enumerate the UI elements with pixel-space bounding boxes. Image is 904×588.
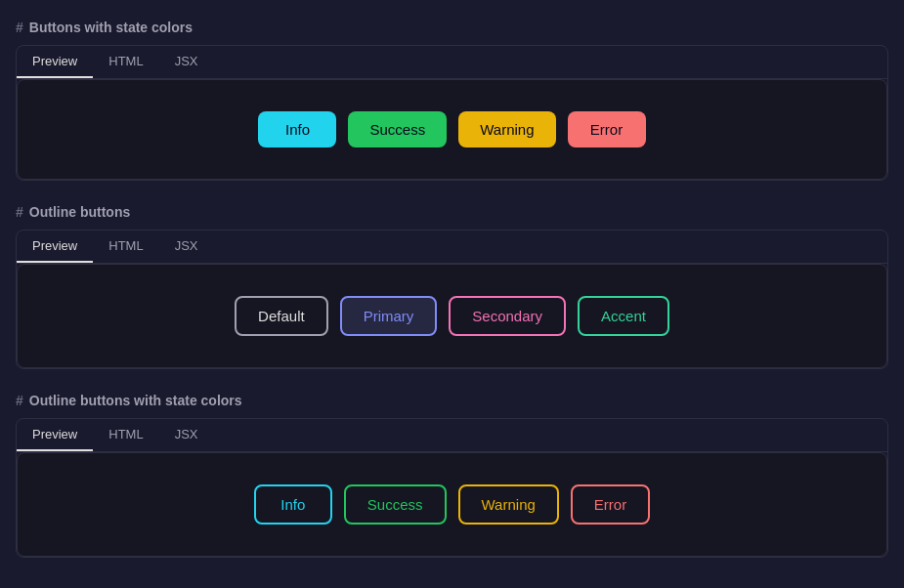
section-title-3: Outline buttons with state colors bbox=[16, 393, 888, 408]
btn-info-filled[interactable]: Info bbox=[258, 111, 336, 147]
btn-error-filled[interactable]: Error bbox=[568, 111, 646, 147]
btn-warning-filled[interactable]: Warning bbox=[458, 111, 555, 147]
tab-bar-2: Preview HTML JSX bbox=[17, 231, 887, 264]
tab-preview-2[interactable]: Preview bbox=[17, 231, 93, 263]
section-outline-buttons: Outline buttons Preview HTML JSX Default… bbox=[16, 204, 888, 369]
tab-html-3[interactable]: HTML bbox=[93, 419, 158, 451]
btn-outline-default[interactable]: Default bbox=[235, 296, 328, 336]
btn-success-filled[interactable]: Success bbox=[348, 111, 447, 147]
tab-html-1[interactable]: HTML bbox=[93, 46, 158, 78]
preview-box-1: Info Success Warning Error bbox=[17, 79, 887, 180]
tab-preview-1[interactable]: Preview bbox=[17, 46, 93, 78]
tab-preview-3[interactable]: Preview bbox=[17, 419, 93, 451]
btn-outline-info[interactable]: Info bbox=[254, 484, 332, 525]
preview-box-3: Info Success Warning Error bbox=[17, 452, 887, 557]
btn-outline-error[interactable]: Error bbox=[571, 484, 650, 525]
tab-jsx-3[interactable]: JSX bbox=[159, 419, 214, 451]
card-3: Preview HTML JSX Info Success Warning Er… bbox=[16, 418, 888, 558]
btn-outline-success[interactable]: Success bbox=[344, 484, 447, 525]
section-title-1: Buttons with state colors bbox=[16, 20, 888, 35]
tab-bar-1: Preview HTML JSX bbox=[17, 46, 887, 79]
btn-outline-accent[interactable]: Accent bbox=[578, 296, 669, 336]
section-outline-state: Outline buttons with state colors Previe… bbox=[16, 393, 888, 558]
section-buttons-state-colors: Buttons with state colors Preview HTML J… bbox=[16, 20, 888, 181]
tab-bar-3: Preview HTML JSX bbox=[17, 419, 887, 452]
tab-html-2[interactable]: HTML bbox=[93, 231, 158, 263]
btn-outline-primary[interactable]: Primary bbox=[340, 296, 438, 336]
btn-outline-secondary[interactable]: Secondary bbox=[449, 296, 566, 336]
card-2: Preview HTML JSX Default Primary Seconda… bbox=[16, 230, 888, 369]
section-title-2: Outline buttons bbox=[16, 204, 888, 220]
tab-jsx-1[interactable]: JSX bbox=[159, 46, 214, 78]
btn-outline-warning[interactable]: Warning bbox=[458, 484, 559, 525]
card-1: Preview HTML JSX Info Success Warning Er… bbox=[16, 45, 888, 181]
preview-box-2: Default Primary Secondary Accent bbox=[17, 264, 887, 368]
tab-jsx-2[interactable]: JSX bbox=[159, 231, 214, 263]
